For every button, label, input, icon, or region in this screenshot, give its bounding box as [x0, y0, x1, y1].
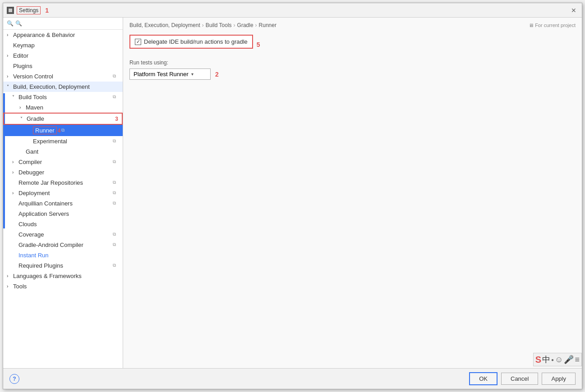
- sidebar-item-label: Gradle: [27, 115, 115, 122]
- arrow-icon: ›: [7, 74, 13, 79]
- sidebar-item-gradle-android[interactable]: Gradle-Android Compiler ⧉: [3, 240, 123, 250]
- sidebar-item-languages[interactable]: › Languages & Frameworks: [3, 271, 123, 281]
- sidebar-item-label: Application Servers: [18, 210, 119, 217]
- content-area: Delegate IDE build/run actions to gradle…: [123, 31, 582, 368]
- sidebar-item-gradle[interactable]: ˅ Gradle 3: [3, 113, 123, 125]
- sidebar-item-maven[interactable]: › Maven: [3, 102, 123, 113]
- sidebar-item-debugger[interactable]: › Debugger: [3, 167, 123, 178]
- delegate-checkbox-container[interactable]: Delegate IDE build/run actions to gradle: [129, 35, 253, 49]
- cancel-button[interactable]: Cancel: [501, 373, 538, 385]
- s-icon: S: [535, 355, 541, 365]
- search-input[interactable]: [15, 20, 119, 27]
- sidebar-item-runner[interactable]: Runner 4 ⧉: [3, 125, 123, 136]
- arrow-icon: ›: [7, 273, 13, 278]
- breadcrumb-sep-2: ›: [234, 22, 235, 28]
- sidebar-item-required-plugins[interactable]: Required Plugins ⧉: [3, 260, 123, 271]
- sidebar-item-remote-jar[interactable]: Remote Jar Repositories ⧉: [3, 178, 123, 188]
- external-icon: ⧉: [113, 73, 119, 80]
- sidebar-item-editor[interactable]: › Editor: [3, 50, 123, 61]
- sidebar-item-plugins[interactable]: Plugins: [3, 61, 123, 71]
- annotation-2: 2: [215, 71, 219, 78]
- sidebar: 🔍 › Appearance & Behavior Keymap ›: [3, 18, 123, 368]
- arrow-icon: ˅: [7, 84, 13, 89]
- search-icon: 🔍: [7, 20, 14, 27]
- sidebar-item-experimental[interactable]: Experimental ⧉: [3, 136, 123, 146]
- sidebar-item-gant[interactable]: Gant: [3, 146, 123, 157]
- main-content: Build, Execution, Deployment › Build Too…: [123, 18, 582, 368]
- run-tests-label: Run tests using:: [129, 59, 576, 66]
- external-icon: ⧉: [113, 242, 119, 248]
- close-button[interactable]: ✕: [569, 6, 578, 15]
- sidebar-item-label: Tools: [13, 283, 119, 290]
- for-project-label: 🖥 For current project: [529, 23, 576, 28]
- sidebar-item-label: Build, Execution, Deployment: [13, 83, 119, 90]
- external-icon: ⧉: [113, 190, 119, 196]
- footer-right: OK Cancel Apply: [469, 372, 576, 385]
- breadcrumb-part-4: Runner: [259, 22, 276, 28]
- annotation-4: 4: [58, 128, 61, 134]
- sidebar-item-label: Experimental: [33, 138, 112, 145]
- sidebar-item-build-exec-deploy[interactable]: ˅ Build, Execution, Deployment: [3, 82, 123, 92]
- sidebar-item-arquillian[interactable]: Arquillian Containers ⧉: [3, 198, 123, 209]
- sidebar-item-app-servers[interactable]: Application Servers: [3, 209, 123, 219]
- arrow-icon: ›: [12, 191, 18, 196]
- sidebar-item-label: Coverage: [18, 231, 112, 238]
- footer-left: ?: [9, 374, 19, 384]
- dropdown-arrow-icon: ▾: [191, 72, 193, 77]
- sidebar-item-version-control[interactable]: › Version Control ⧉: [3, 71, 123, 82]
- annotation-5: 5: [257, 41, 260, 48]
- external-icon: ⧉: [113, 180, 119, 186]
- menu-icon: ≡: [575, 355, 580, 365]
- sidebar-item-label: Editor: [13, 52, 119, 59]
- arrow-icon: ˅: [12, 95, 18, 100]
- external-icon: ⧉: [113, 201, 119, 207]
- sidebar-item-compiler[interactable]: › Compiler ⧉: [3, 157, 123, 167]
- sidebar-item-tools[interactable]: › Tools: [3, 281, 123, 292]
- external-icon: ⧉: [113, 138, 119, 145]
- sidebar-item-deployment[interactable]: › Deployment ⧉: [3, 188, 123, 198]
- arrow-icon: ˅: [20, 116, 27, 121]
- sidebar-item-label: Compiler: [18, 159, 112, 165]
- dot-icon: ●: [551, 357, 554, 362]
- run-tests-dropdown[interactable]: Platform Test Runner ▾: [129, 68, 211, 80]
- apply-button[interactable]: Apply: [542, 373, 576, 385]
- sidebar-item-build-tools[interactable]: ˅ Build Tools ⧉: [3, 92, 123, 102]
- svg-rect-1: [9, 9, 12, 12]
- chinese-icon: 中: [542, 354, 550, 365]
- sidebar-item-label: Gradle-Android Compiler: [18, 242, 112, 248]
- sidebar-item-label: Languages & Frameworks: [13, 273, 119, 279]
- breadcrumb-part-3: Gradle: [237, 22, 253, 28]
- external-icon: ⧉: [113, 159, 119, 165]
- sidebar-item-label: Debugger: [18, 169, 119, 176]
- ok-button[interactable]: OK: [469, 372, 497, 385]
- external-icon: ⧉: [113, 263, 119, 269]
- annotation-3: 3: [115, 116, 118, 122]
- sidebar-item-label: Build Tools: [18, 94, 112, 100]
- breadcrumb-sep-3: ›: [255, 22, 257, 28]
- sidebar-item-label: Maven: [26, 104, 119, 111]
- breadcrumb-sep-1: ›: [202, 22, 204, 28]
- sidebar-item-label: Instant Run: [18, 252, 119, 259]
- sidebar-item-instant-run[interactable]: Instant Run: [3, 250, 123, 260]
- sidebar-item-keymap[interactable]: Keymap: [3, 40, 123, 50]
- arrow-icon: ›: [12, 160, 18, 164]
- external-icon: ⧉: [61, 128, 68, 134]
- sidebar-item-clouds[interactable]: Clouds: [3, 219, 123, 229]
- search-box[interactable]: 🔍: [3, 18, 123, 30]
- help-button[interactable]: ?: [9, 374, 19, 384]
- dropdown-row: Platform Test Runner ▾ 2: [129, 68, 576, 80]
- sidebar-item-coverage[interactable]: Coverage ⧉: [3, 229, 123, 240]
- dropdown-value: Platform Test Runner: [134, 71, 189, 77]
- annotation-1: 1: [45, 7, 49, 14]
- sidebar-item-appearance[interactable]: › Appearance & Behavior: [3, 30, 123, 40]
- delegate-checkbox[interactable]: [135, 39, 141, 45]
- arrow-icon: ›: [12, 170, 18, 175]
- external-icon: ⧉: [113, 94, 119, 100]
- taskbar-icons: S 中 ● ☺ 🎤 ≡: [533, 353, 582, 366]
- delegate-label: Delegate IDE build/run actions to gradle: [144, 38, 248, 45]
- mic-icon: 🎤: [564, 355, 574, 365]
- sidebar-item-label: Keymap: [13, 42, 119, 49]
- sidebar-item-label: Required Plugins: [18, 262, 112, 269]
- dialog-title: Settings: [17, 6, 41, 14]
- for-project-text: For current project: [535, 23, 576, 28]
